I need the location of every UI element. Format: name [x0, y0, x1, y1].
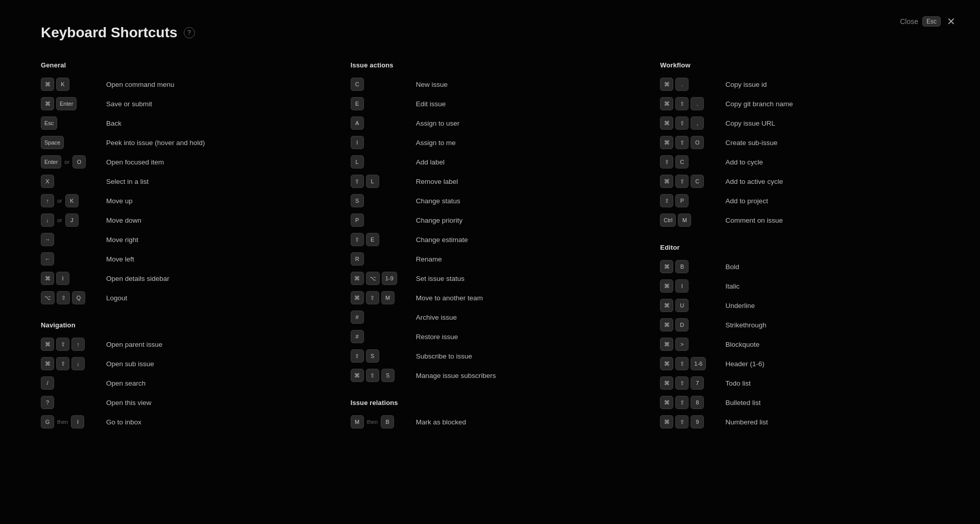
key-badge: ⇧ — [675, 97, 689, 110]
shortcut-description: Peek into issue (hover and hold) — [106, 139, 205, 147]
key-badge: K — [56, 78, 69, 91]
header: Keyboard Shortcuts ? — [41, 25, 939, 41]
keys-area: A — [351, 116, 412, 130]
shortcut-description: Copy issue URL — [725, 120, 775, 127]
shortcut-description: Underline — [725, 302, 755, 309]
shortcut-row: ⌘UUnderline — [660, 298, 939, 313]
key-badge: M — [381, 291, 395, 304]
shortcut-row: ←Move left — [41, 252, 320, 266]
key-badge: ⌘ — [660, 279, 673, 293]
shortcut-row: /Open search — [41, 376, 320, 390]
shortcut-row: EscBack — [41, 116, 320, 130]
shortcut-row: ⌘⇧↑Open parent issue — [41, 337, 320, 351]
key-badge: ⇧ — [57, 291, 70, 304]
shortcut-row: ↓orJMove down — [41, 213, 320, 227]
key-badge: ⇧ — [675, 415, 689, 428]
shortcut-description: Bulleted list — [725, 399, 761, 407]
shortcut-description: Move down — [106, 217, 141, 224]
key-badge: Enter — [56, 97, 77, 110]
shortcut-description: Add to project — [725, 197, 768, 205]
key-badge: J — [65, 213, 79, 227]
keys-area: ⌘⇧7 — [660, 376, 721, 390]
keys-area: L — [351, 155, 412, 169]
key-badge: ⇧ — [660, 155, 673, 169]
keys-area: S — [351, 194, 412, 207]
key-badge: ⌘ — [41, 97, 54, 110]
shortcut-description: Remove label — [416, 178, 458, 185]
key-badge: X — [41, 175, 54, 188]
shortcut-description: Assign to me — [416, 139, 456, 147]
shortcut-row: ⌘DStrikethrough — [660, 318, 939, 332]
keys-area: ⌘⇧1-6 — [660, 357, 721, 370]
keys-area: ⌥⇧Q — [41, 291, 102, 304]
key-badge: ⇧ — [366, 369, 379, 382]
section-title-general: General — [41, 61, 320, 69]
shortcut-row: ⌘⇧↓Open sub issue — [41, 356, 320, 371]
shortcut-description: Go to inbox — [106, 418, 141, 426]
help-badge[interactable]: ? — [184, 27, 195, 38]
editor-shortcuts-list: ⌘BBold⌘IItalic⌘UUnderline⌘DStrikethrough… — [660, 259, 939, 429]
key-badge: E — [366, 233, 379, 246]
or-separator: or — [57, 198, 62, 204]
shortcut-description: Change status — [416, 197, 460, 205]
key-badge: ↑ — [71, 338, 85, 351]
key-badge: ? — [41, 396, 54, 409]
issue-actions-shortcuts-list: CNew issueEEdit issueAAssign to userIAss… — [351, 77, 630, 383]
key-badge: S — [366, 349, 379, 363]
key-badge: 8 — [691, 396, 704, 409]
keys-area: P — [351, 213, 412, 227]
shortcut-row: ⇧PAdd to project — [660, 194, 939, 208]
shortcut-description: New issue — [416, 81, 448, 88]
key-badge: E — [351, 97, 364, 110]
close-icon[interactable]: ✕ — [947, 16, 955, 27]
shortcut-description: Open search — [106, 379, 145, 387]
key-badge: ⌘ — [351, 369, 364, 382]
shortcut-description: Set issue status — [416, 275, 464, 282]
shortcut-row: SpacePeek into issue (hover and hold) — [41, 135, 320, 150]
key-badge: ⇧ — [675, 396, 689, 409]
key-badge: I — [675, 279, 689, 293]
key-badge: 1-6 — [691, 357, 706, 370]
shortcut-description: Open this view — [106, 399, 152, 407]
keys-area: E — [351, 97, 412, 110]
or-separator: or — [64, 159, 69, 165]
key-badge: O — [691, 136, 704, 149]
key-badge: C — [351, 78, 364, 91]
key-badge: / — [41, 376, 54, 390]
keys-area: ⇧L — [351, 175, 412, 188]
key-badge: ⌘ — [660, 396, 673, 409]
shortcut-description: Save or submit — [106, 100, 152, 108]
keys-area: X — [41, 175, 102, 188]
keys-area: ⌘Enter — [41, 97, 102, 110]
shortcut-row: ⌘⇧1-6Header (1-6) — [660, 356, 939, 371]
close-area[interactable]: Close Esc ✕ — [900, 16, 955, 27]
keys-area: EnterorO — [41, 155, 102, 169]
shortcut-description: Edit issue — [416, 100, 446, 108]
key-badge: C — [675, 155, 689, 169]
key-badge: ⇧ — [660, 194, 673, 207]
shortcut-row: AAssign to user — [351, 116, 630, 130]
key-badge: . — [691, 97, 704, 110]
key-badge: O — [72, 155, 86, 169]
key-badge: I — [71, 415, 84, 428]
keys-area: Space — [41, 136, 102, 149]
shortcut-description: Subscribe to issue — [416, 352, 472, 360]
key-badge: ⇧ — [351, 349, 364, 363]
shortcut-row: #Archive issue — [351, 310, 630, 324]
section-title-editor: Editor — [660, 244, 939, 251]
shortcut-description: Move left — [106, 255, 134, 263]
shortcut-row: ⌘⇧9Numbered list — [660, 415, 939, 429]
key-badge: ↑ — [41, 194, 54, 207]
keys-area: ⌘⇧, — [660, 116, 721, 130]
key-badge: 9 — [691, 415, 704, 428]
keys-area: # — [351, 330, 412, 343]
key-badge: Space — [41, 136, 64, 149]
key-badge: ⌘ — [41, 272, 54, 285]
key-badge: I — [351, 136, 364, 149]
shortcut-description: Copy issue id — [725, 81, 767, 88]
shortcut-description: Blockquote — [725, 341, 760, 348]
shortcut-row: SChange status — [351, 194, 630, 208]
shortcut-description: Manage issue subscribers — [416, 372, 496, 379]
shortcut-row: LAdd label — [351, 155, 630, 169]
column-1: General ⌘KOpen command menu⌘EnterSave or… — [41, 61, 320, 434]
